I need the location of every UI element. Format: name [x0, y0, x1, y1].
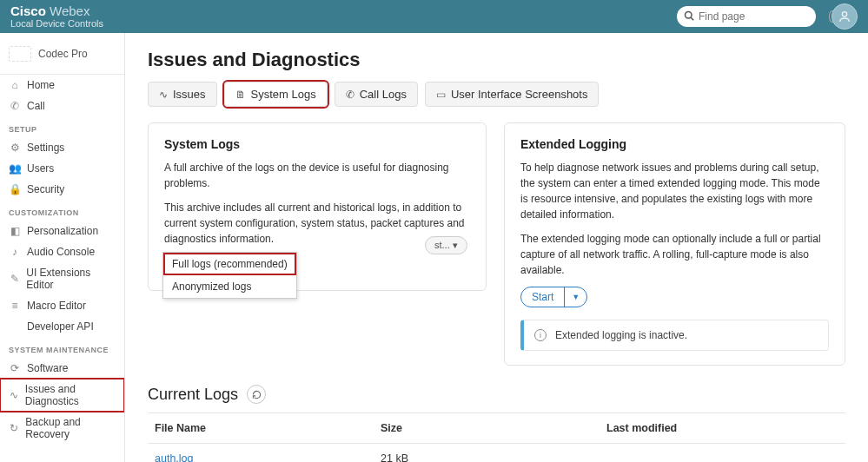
- tab-icon: ✆: [346, 89, 354, 101]
- sidebar-item-ui-extensions-editor[interactable]: ✎UI Extensions Editor: [0, 262, 124, 295]
- main-content: Issues and Diagnostics ∿Issues🗎System Lo…: [125, 33, 868, 462]
- nav-icon: ✎: [9, 273, 20, 285]
- nav-icon: ↻: [9, 422, 19, 434]
- extended-logging-status: i Extended logging is inactive.: [520, 320, 829, 351]
- download-option-anonymized-logs[interactable]: Anonymized logs: [163, 275, 296, 298]
- sidebar-item-call[interactable]: ✆Call: [0, 96, 124, 116]
- sidebar-item-issues-and-diagnostics[interactable]: ∿Issues and Diagnostics: [0, 379, 124, 412]
- avatar[interactable]: [832, 3, 858, 30]
- refresh-button[interactable]: [247, 385, 266, 404]
- sidebar-item-label: Security: [27, 183, 64, 195]
- system-logs-desc1: A full archive of the logs on the device…: [164, 160, 470, 191]
- sidebar-section-title: CUSTOMIZATION: [0, 200, 124, 221]
- current-logs-title: Current Logs: [148, 386, 238, 404]
- device-name: Codec Pro: [38, 48, 88, 60]
- sidebar-item-label: UI Extensions Editor: [26, 267, 116, 291]
- sidebar-item-audio-console[interactable]: ♪Audio Console: [0, 241, 124, 262]
- app-header: Cisco Webex Local Device Controls ?: [0, 0, 868, 33]
- svg-line-1: [691, 17, 693, 20]
- sidebar-section-title: SYSTEM MAINTENANCE: [0, 337, 124, 358]
- col-last-modified: Last modified: [600, 413, 845, 444]
- tab-label: System Logs: [251, 88, 316, 101]
- system-logs-title: System Logs: [164, 137, 470, 151]
- nav-icon: ◧: [9, 225, 21, 237]
- sidebar-item-label: Call: [27, 100, 45, 112]
- caret-down-icon[interactable]: ▼: [565, 287, 586, 307]
- sidebar-item-developer-api[interactable]: Developer API: [0, 316, 124, 337]
- col-size: Size: [374, 413, 600, 444]
- sidebar-item-backup-and-recovery[interactable]: ↻Backup and Recovery: [0, 412, 124, 445]
- sidebar-item-label: Users: [27, 162, 54, 175]
- sidebar-item-settings[interactable]: ⚙Settings: [0, 137, 124, 158]
- tab-icon: ∿: [159, 89, 168, 101]
- tab-icon: ▭: [436, 89, 446, 101]
- extended-logging-desc2: The extended logging mode can optionally…: [520, 231, 829, 278]
- system-logs-desc2: This archive includes all current and hi…: [164, 200, 470, 247]
- sidebar-item-macro-editor[interactable]: ≡Macro Editor: [0, 295, 124, 316]
- status-text: Extended logging is inactive.: [555, 329, 687, 341]
- tab-row: ∿Issues🗎System Logs✆Call Logs▭User Inter…: [148, 82, 845, 107]
- sidebar-item-label: Home: [27, 79, 55, 91]
- svg-point-2: [842, 12, 846, 16]
- tab-label: Call Logs: [360, 88, 407, 101]
- info-icon: i: [534, 329, 547, 341]
- extended-logging-title: Extended Logging: [520, 137, 829, 151]
- device-thumbnail: [9, 46, 31, 62]
- table-row: auth.log 21 kB: [148, 444, 845, 463]
- sidebar-item-security[interactable]: 🔒Security: [0, 179, 124, 200]
- log-file-modified: [600, 444, 845, 463]
- page-title: Issues and Diagnostics: [148, 49, 845, 71]
- sidebar-item-label: Macro Editor: [27, 300, 86, 312]
- svg-point-0: [686, 11, 692, 18]
- sidebar-item-home[interactable]: ⌂Home: [0, 75, 124, 96]
- sidebar-item-label: Backup and Recovery: [25, 416, 116, 440]
- sidebar-item-label: Settings: [27, 142, 64, 154]
- sidebar-item-software[interactable]: ⟳Software: [0, 358, 124, 379]
- sidebar-item-label: Developer API: [27, 320, 94, 333]
- nav-icon: ⟳: [9, 362, 21, 374]
- sidebar-item-label: Issues and Diagnostics: [25, 383, 116, 407]
- extended-logging-card: Extended Logging To help diagnose networ…: [504, 122, 845, 366]
- log-file-link[interactable]: auth.log: [155, 452, 193, 462]
- tab-user-interface-screenshots[interactable]: ▭User Interface Screenshots: [425, 82, 600, 107]
- device-info: Codec Pro: [0, 33, 124, 75]
- tab-call-logs[interactable]: ✆Call Logs: [335, 82, 418, 107]
- sidebar-item-label: Personalization: [27, 225, 98, 237]
- col-file-name: File Name: [148, 413, 374, 444]
- nav-icon: 👥: [9, 162, 21, 175]
- header-subtitle: Local Device Controls: [10, 18, 103, 29]
- nav-icon: ⚙: [9, 142, 21, 154]
- start-extended-logging-button[interactable]: Start ▼: [520, 287, 587, 307]
- sidebar: Codec Pro ⌂Home✆Call SETUP⚙Settings👥User…: [0, 33, 125, 462]
- sidebar-item-users[interactable]: 👥Users: [0, 158, 124, 179]
- nav-icon: ∿: [9, 389, 19, 401]
- home-icon: ⌂: [9, 79, 21, 91]
- tab-issues[interactable]: ∿Issues: [148, 82, 217, 107]
- search-box[interactable]: ?: [677, 6, 816, 27]
- tab-label: User Interface Screenshots: [451, 88, 588, 101]
- search-icon: [684, 10, 694, 23]
- download-logs-dropdown: Full logs (recommended)Anonymized logs: [162, 252, 297, 299]
- historical-pill[interactable]: st... ▾: [425, 236, 467, 254]
- tab-system-logs[interactable]: 🗎System Logs: [224, 82, 328, 107]
- current-logs-table: File Name Size Last modified auth.log 21…: [148, 412, 845, 462]
- extended-logging-desc1: To help diagnose network issues and prob…: [520, 160, 829, 222]
- system-logs-card: System Logs A full archive of the logs o…: [148, 122, 487, 291]
- sidebar-section-title: SETUP: [0, 116, 124, 137]
- tab-icon: 🗎: [235, 89, 246, 101]
- brand: Cisco Webex: [10, 4, 103, 19]
- nav-icon: ♪: [9, 246, 21, 258]
- log-file-size: 21 kB: [374, 444, 600, 463]
- nav-icon: ≡: [9, 300, 21, 312]
- sidebar-item-label: Software: [27, 362, 68, 374]
- call-icon: ✆: [9, 100, 21, 112]
- sidebar-item-label: Audio Console: [27, 246, 95, 258]
- search-input[interactable]: [699, 10, 829, 23]
- download-option-full-logs-recommended-[interactable]: Full logs (recommended): [163, 253, 296, 275]
- sidebar-item-personalization[interactable]: ◧Personalization: [0, 221, 124, 241]
- nav-icon: 🔒: [9, 183, 21, 195]
- tab-label: Issues: [173, 88, 206, 101]
